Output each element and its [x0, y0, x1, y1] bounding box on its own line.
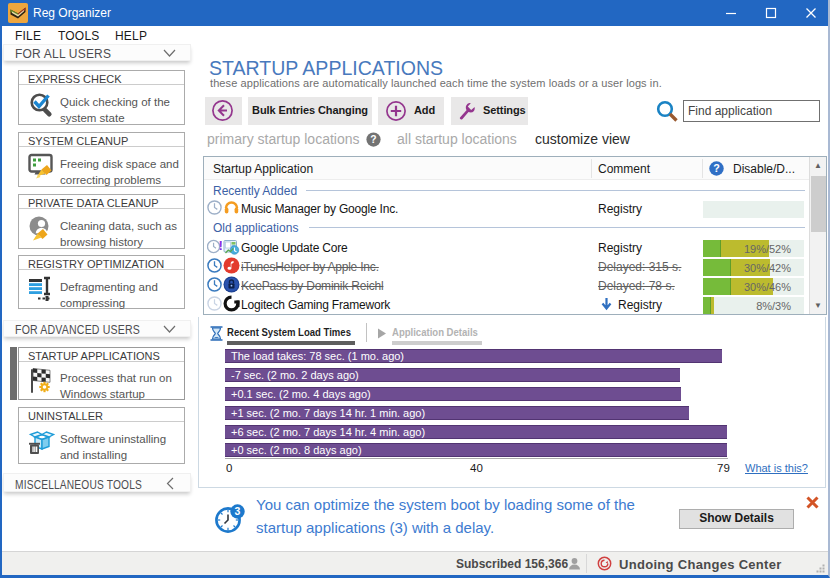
svg-text:3: 3 — [235, 505, 241, 517]
svg-text:?: ? — [370, 134, 376, 145]
svg-text:?: ? — [713, 162, 720, 174]
svg-text:!: ! — [219, 239, 222, 253]
